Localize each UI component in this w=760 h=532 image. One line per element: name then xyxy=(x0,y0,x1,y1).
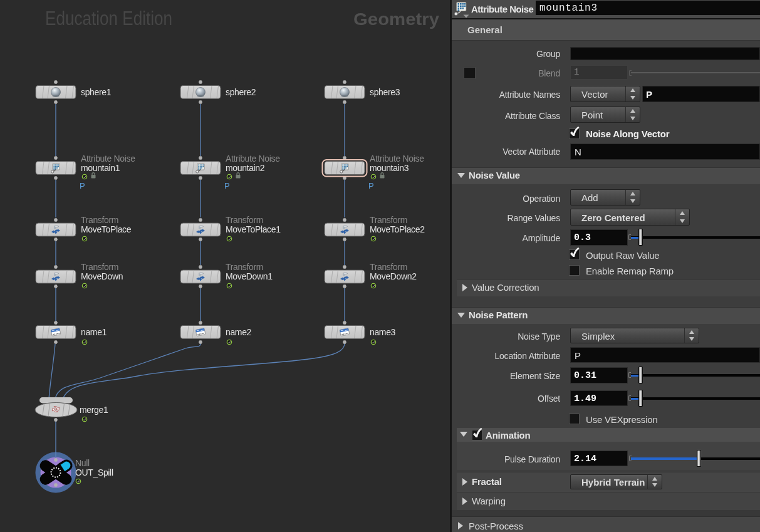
svg-text:mountain3: mountain3 xyxy=(370,163,409,173)
svg-text:Transform: Transform xyxy=(370,262,407,272)
svg-text:sphere2: sphere2 xyxy=(226,87,256,97)
svg-text:Attribute Noise: Attribute Noise xyxy=(226,154,280,164)
svg-text:Attribute Noise: Attribute Noise xyxy=(81,154,135,164)
svg-text:name2: name2 xyxy=(226,327,252,337)
svg-text:MoveDown: MoveDown xyxy=(81,271,123,281)
svg-text:Attribute Noise: Attribute Noise xyxy=(370,154,424,164)
svg-text:MoveDown2: MoveDown2 xyxy=(370,271,417,281)
svg-text:MoveToPlace2: MoveToPlace2 xyxy=(370,224,425,234)
svg-text:sphere3: sphere3 xyxy=(370,87,400,97)
svg-text:Geometry: Geometry xyxy=(353,10,439,29)
svg-text:Null: Null xyxy=(75,458,90,468)
svg-text:MoveDown1: MoveDown1 xyxy=(226,271,273,281)
svg-text:Education Edition: Education Edition xyxy=(45,8,172,29)
svg-text:MoveToPlace1: MoveToPlace1 xyxy=(226,224,281,234)
svg-text:OUT_Spill: OUT_Spill xyxy=(75,467,113,477)
svg-text:name3: name3 xyxy=(370,327,396,337)
svg-text:mountain1: mountain1 xyxy=(81,163,120,173)
svg-text:Transform: Transform xyxy=(226,215,263,225)
svg-text:name1: name1 xyxy=(81,327,107,337)
svg-text:mountain2: mountain2 xyxy=(226,163,265,173)
svg-text:Transform: Transform xyxy=(226,262,263,272)
svg-text:P: P xyxy=(368,181,374,190)
svg-text:merge1: merge1 xyxy=(80,405,108,415)
svg-text:P: P xyxy=(224,181,230,190)
svg-text:Transform: Transform xyxy=(81,215,118,225)
svg-text:MoveToPlace: MoveToPlace xyxy=(81,224,132,234)
svg-text:sphere1: sphere1 xyxy=(81,87,112,97)
svg-text:P: P xyxy=(80,181,85,190)
svg-text:Transform: Transform xyxy=(370,215,407,225)
svg-text:Transform: Transform xyxy=(81,262,118,272)
